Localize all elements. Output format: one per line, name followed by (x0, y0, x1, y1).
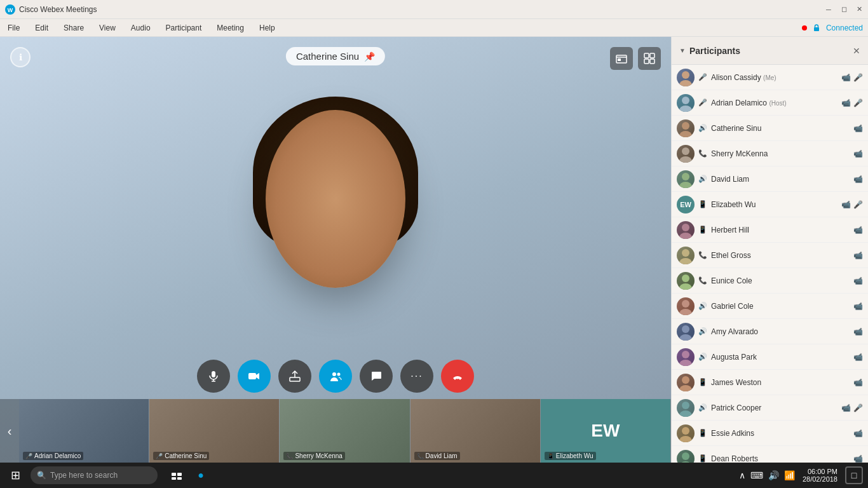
participant-actions: 📹 (853, 276, 863, 285)
svg-point-18 (679, 80, 692, 86)
mic-icon[interactable]: 🎤 (853, 73, 863, 82)
participant-row[interactable]: 📞 Eunice Cole 📹 (672, 268, 868, 294)
search-box[interactable]: 🔍 Type here to search (31, 466, 158, 484)
participant-row[interactable]: 📱 Dean Roberts 📹 (672, 446, 868, 463)
thumb-nav-left[interactable]: ‹ (0, 399, 19, 463)
svg-point-44 (679, 436, 692, 442)
mic-muted-icon[interactable]: 🎤 (853, 403, 863, 412)
participant-row[interactable]: 🔊 Patrick Cooper 📹 🎤 (672, 395, 868, 421)
webex-taskbar-icon[interactable]: ● (192, 466, 210, 484)
participants-panel: ▼ Participants ✕ 🎤 Alison Cassidy (Me) 📹… (671, 37, 868, 463)
participant-row[interactable]: 🔊 Gabriel Cole 📹 (672, 294, 868, 319)
participant-row[interactable]: 🔊 Catherine Sinu 📹 (672, 116, 868, 141)
mute-button[interactable] (197, 360, 230, 393)
thumbnail-3[interactable]: 📞 Sherry McKenna (280, 399, 410, 463)
panel-title-text: Participants (689, 46, 740, 56)
participant-row[interactable]: 📞 Sherry McKenna 📹 (672, 141, 868, 166)
video-icon[interactable]: 📹 (841, 403, 851, 412)
video-icon[interactable]: 📹 (853, 276, 863, 285)
thumbnail-4[interactable]: 📞 David Liam (410, 399, 541, 463)
participant-name: Ethel Gross (711, 251, 850, 260)
keyboard-icon[interactable]: ⌨ (750, 470, 763, 480)
chat-button[interactable] (360, 360, 393, 393)
menu-edit[interactable]: Edit (32, 22, 51, 34)
menu-participant[interactable]: Participant (163, 22, 205, 34)
participant-row[interactable]: EW 📱 Elizabeth Wu 📹 🎤 (672, 192, 868, 217)
avatar (677, 374, 695, 391)
svg-point-21 (682, 122, 689, 130)
menu-file[interactable]: File (5, 22, 22, 34)
mic-muted-icon[interactable]: 🎤 (853, 98, 863, 107)
menu-meeting[interactable]: Meeting (214, 22, 247, 34)
share-button[interactable] (278, 360, 311, 393)
participant-row[interactable]: 📞 Ethel Gross 📹 (672, 243, 868, 268)
participant-row[interactable]: 📱 James Weston 📹 (672, 370, 868, 395)
participant-row[interactable]: 🎤 Alison Cassidy (Me) 📹 🎤 (672, 65, 868, 90)
mic-muted-icon[interactable]: 🎤 (853, 200, 863, 209)
participants-button[interactable] (319, 360, 352, 393)
thumb-mic-icon-1: 🎤 (25, 453, 32, 459)
video-icon[interactable]: 📹 (841, 200, 851, 209)
participant-actions: 📹 (853, 378, 863, 387)
speaker-name-tag: Catherine Sinu 📌 (286, 47, 385, 65)
collapse-icon[interactable]: ▼ (679, 47, 686, 54)
video-icon[interactable]: 📹 (853, 378, 863, 387)
video-button[interactable] (238, 360, 271, 393)
video-icon[interactable]: 📹 (841, 73, 851, 82)
participant-actions: 📹 (853, 149, 863, 158)
thumbnail-1[interactable]: 🎤 Adrian Delamico (19, 399, 149, 463)
more-button[interactable]: ··· (400, 360, 433, 393)
video-icon[interactable]: 📹 (853, 353, 863, 362)
title-bar-left: W Cisco Webex Meetings (5, 4, 97, 15)
task-view-button[interactable] (168, 466, 186, 484)
video-icon[interactable]: 📹 (853, 149, 863, 158)
menu-bar: File Edit Share View Audio Participant M… (0, 19, 868, 37)
notification-button[interactable]: □ (845, 466, 863, 484)
menu-audio[interactable]: Audio (128, 22, 153, 34)
svg-point-15 (332, 372, 336, 376)
tray-up-arrow[interactable]: ∧ (739, 470, 745, 480)
fullscreen-button[interactable] (610, 47, 633, 70)
svg-point-19 (682, 97, 689, 104)
thumbnail-5[interactable]: EW 📱 Elizabeth Wu (541, 399, 671, 463)
svg-point-25 (682, 173, 689, 180)
participant-name: David Liam (711, 175, 850, 184)
participant-name: Catherine Sinu (711, 124, 850, 133)
taskbar-right: ∧ ⌨ 🔊 📶 06:00 PM 28/02/2018 □ (739, 466, 863, 484)
network-icon[interactable]: 📶 (784, 470, 795, 480)
speaker-icon[interactable]: 🔊 (768, 470, 779, 480)
menu-help[interactable]: Help (257, 22, 278, 34)
video-icon[interactable]: 📹 (853, 124, 863, 133)
svg-rect-10 (212, 371, 215, 377)
panel-close-button[interactable]: ✕ (853, 46, 860, 56)
participant-row[interactable]: 🔊 Augusta Park 📹 (672, 344, 868, 370)
info-button[interactable]: ℹ (10, 47, 31, 67)
restore-button[interactable]: ◻ (840, 6, 848, 13)
close-button[interactable]: ✕ (855, 6, 863, 13)
svg-rect-9 (650, 59, 654, 64)
video-icon[interactable]: 📹 (853, 175, 863, 184)
participant-row[interactable]: 🎤 Adrian Delamico (Host) 📹 🎤 (672, 90, 868, 116)
status-icon: 📞 (698, 251, 707, 259)
thumbnail-2[interactable]: 🎤 Catherine Sinu (149, 399, 280, 463)
pin-icon[interactable]: 📌 (364, 51, 375, 62)
video-icon[interactable]: 📹 (841, 98, 851, 107)
menu-view[interactable]: View (97, 22, 118, 34)
end-call-button[interactable] (441, 360, 474, 393)
svg-point-39 (682, 376, 689, 384)
video-icon[interactable]: 📹 (853, 429, 863, 438)
layout-button[interactable] (638, 47, 661, 70)
participant-row[interactable]: 📱 Herbert Hill 📹 (672, 217, 868, 243)
video-icon[interactable]: 📹 (853, 302, 863, 311)
avatar (677, 399, 695, 417)
video-icon[interactable]: 📹 (853, 251, 863, 260)
participant-row[interactable]: 🔊 Amy Alvarado 📹 (672, 319, 868, 344)
participant-row[interactable]: 🔊 David Liam 📹 (672, 166, 868, 192)
menu-share[interactable]: Share (61, 22, 86, 34)
minimize-button[interactable]: ─ (825, 6, 832, 13)
video-icon[interactable]: 📹 (853, 454, 863, 463)
start-button[interactable]: ⊞ (5, 465, 25, 485)
video-icon[interactable]: 📹 (853, 226, 863, 234)
participant-row[interactable]: 📱 Essie Adkins 📹 (672, 421, 868, 446)
video-icon[interactable]: 📹 (853, 327, 863, 336)
